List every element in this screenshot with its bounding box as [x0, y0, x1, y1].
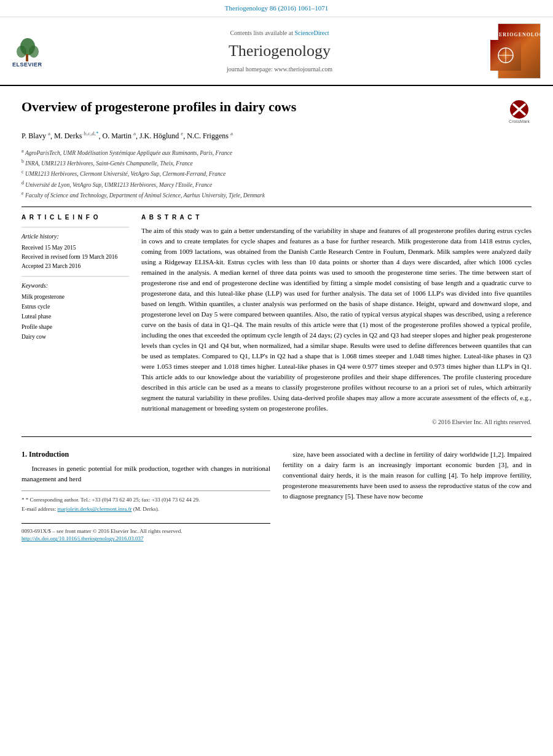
homepage-text: journal homepage: www.theriojournal.com — [227, 66, 332, 73]
svg-text:CrossMark: CrossMark — [509, 119, 530, 124]
keywords-section: Keywords: Milk progesterone Estrus cycle… — [22, 282, 129, 342]
keyword-1: Milk progesterone — [22, 292, 129, 302]
affiliation-b: b INRA, UMR1213 Herbivores, Saint-Genès … — [22, 158, 531, 168]
doi-line[interactable]: http://dx.doi.org/10.1016/j.theriogenolo… — [22, 535, 182, 543]
issn-text: 0093-691X/$ – see front matter © 2016 El… — [22, 527, 182, 543]
footnote-email-label: E-mail address: — [22, 506, 56, 512]
info-abstract-section: A R T I C L E I N F O Article history: R… — [22, 213, 531, 427]
intro-right-text: size, have been associated with a declin… — [283, 449, 531, 502]
article-info-col: A R T I C L E I N F O Article history: R… — [22, 213, 129, 427]
info-divider-1 — [22, 227, 129, 227]
intro-body-cols: 1. Introduction Increases in genetic pot… — [22, 449, 531, 543]
keyword-2: Estrus cycle — [22, 302, 129, 312]
affiliations: a AgroParisTech, UMR Modélisation Systém… — [22, 148, 531, 200]
abstract-col: A B S T R A C T The aim of this study wa… — [141, 213, 531, 427]
intro-title: Introduction — [29, 450, 69, 459]
article-title: Overview of progesterone profiles in dai… — [22, 98, 501, 116]
copyright-line: © 2016 Elsevier Inc. All rights reserved… — [141, 417, 531, 427]
footnotes: * * Corresponding author. Tel.: +33 (0)4… — [22, 490, 270, 514]
elsevier-logo-svg: ELSEVIER — [12, 34, 61, 68]
journal-homepage: journal homepage: www.theriojournal.com — [68, 65, 492, 74]
introduction-section: 1. Introduction Increases in genetic pot… — [22, 436, 531, 543]
citation-text: Theriogenology 86 (2016) 1061–1071 — [225, 4, 328, 12]
info-divider-2 — [22, 276, 129, 277]
abstract-heading: A B S T R A C T — [141, 213, 531, 222]
svg-point-2 — [17, 45, 26, 58]
article-title-section: Overview of progesterone profiles in dai… — [22, 98, 531, 123]
author-5: N.C. Friggens a — [187, 132, 233, 140]
keywords-label: Keywords: — [22, 282, 129, 290]
intro-para-left: Increases in genetic potential for milk … — [22, 463, 270, 484]
journal-center: Contents lists available at ScienceDirec… — [68, 29, 492, 73]
affiliation-d: d Université de Lyon, VetAgro Sup, UMR12… — [22, 179, 531, 189]
header-divider — [22, 207, 531, 207]
science-direct-line: Contents lists available at ScienceDirec… — [68, 29, 492, 37]
doi-link[interactable]: http://dx.doi.org/10.1016/j.theriogenolo… — [22, 535, 144, 541]
footnote-corresponding-text: * Corresponding author. Tel.: +33 (0)4 7… — [26, 497, 200, 503]
page-wrapper: Theriogenology 86 (2016) 1061–1071 ELSEV… — [0, 0, 553, 555]
svg-point-3 — [29, 45, 39, 58]
author-1: P. Blavy a — [22, 132, 50, 140]
journal-header: ELSEVIER Contents lists available at Sci… — [0, 17, 553, 86]
elsevier-logo: ELSEVIER — [12, 34, 61, 68]
footnote-email-suffix: (M. Derks). — [133, 506, 159, 512]
keyword-3: Luteal phase — [22, 312, 129, 321]
keyword-4: Profile shape — [22, 322, 129, 332]
article-history: Received 15 May 2015 Received in revised… — [22, 243, 129, 272]
history-label: Article history: — [22, 232, 129, 241]
intro-left-text: Increases in genetic potential for milk … — [22, 463, 270, 484]
footnote-star: * — [22, 497, 26, 503]
author-3: O. Martin a — [103, 132, 136, 140]
intro-section-title: 1. Introduction — [22, 449, 270, 460]
footnote-email-address[interactable]: marjolein.derks@clermont.inra.fr — [57, 506, 131, 512]
footnote-corresponding: * * Corresponding author. Tel.: +33 (0)4… — [22, 496, 270, 505]
footnote-email: E-mail address: marjolein.derks@clermont… — [22, 505, 270, 514]
svg-text:ELSEVIER: ELSEVIER — [12, 61, 42, 68]
article-info-heading: A R T I C L E I N F O — [22, 213, 129, 222]
revised-date: Received in revised form 19 March 2016 — [22, 253, 129, 262]
received-date: Received 15 May 2015 — [22, 243, 129, 253]
journal-title: Theriogenology — [68, 40, 492, 62]
crossmark-icon[interactable]: CrossMark — [507, 98, 531, 123]
bottom-bar: 0093-691X/$ – see front matter © 2016 El… — [22, 523, 270, 543]
intro-para-right: size, have been associated with a declin… — [283, 449, 531, 502]
top-citation-bar: Theriogenology 86 (2016) 1061–1071 — [0, 0, 553, 17]
accepted-date: Accepted 23 March 2016 — [22, 262, 129, 271]
svg-rect-4 — [26, 54, 28, 61]
keyword-5: Dairy cow — [22, 332, 129, 342]
authors-line: P. Blavy a, M. Derks b,c,d,*, O. Martin … — [22, 129, 531, 142]
issn-line: 0093-691X/$ – see front matter © 2016 El… — [22, 527, 182, 535]
affiliation-e: e Faculty of Science and Technology, Dep… — [22, 190, 531, 200]
journal-cover-image: THERIOGENOLOGY — [498, 23, 541, 79]
intro-left-col: 1. Introduction Increases in genetic pot… — [22, 449, 270, 543]
abstract-paragraph: The aim of this study was to gain a bett… — [141, 226, 531, 414]
affiliation-c: c UMR1213 Herbivores, Clermont Universit… — [22, 168, 531, 178]
intro-right-col: size, have been associated with a declin… — [283, 449, 531, 543]
author-4: J.K. Höglund e — [139, 132, 183, 140]
abstract-text: The aim of this study was to gain a bett… — [141, 226, 531, 427]
science-direct-link[interactable]: ScienceDirect — [294, 30, 329, 36]
intro-number: 1. — [22, 450, 27, 459]
affiliation-a: a AgroParisTech, UMR Modélisation Systém… — [22, 148, 531, 157]
author-2: M. Derks b,c,d,* — [54, 132, 99, 140]
article-content: Overview of progesterone profiles in dai… — [0, 86, 553, 555]
